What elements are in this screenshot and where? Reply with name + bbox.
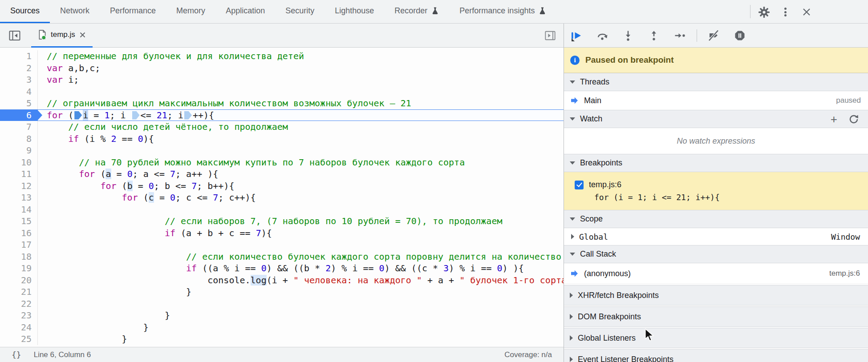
line-number-gutter[interactable]: 13 bbox=[0, 192, 38, 204]
breakpoint-entry[interactable]: temp.js:6 for (i = 1; i <= 21; i++){ bbox=[564, 172, 868, 210]
scope-row-global[interactable]: Global Window bbox=[564, 228, 868, 245]
code-text[interactable]: } bbox=[38, 286, 191, 298]
code-line-8: 8 if (i % 2 == 0){ bbox=[0, 133, 564, 145]
section-header-dom-breakpoints[interactable]: DOM Breakpoints bbox=[564, 306, 868, 327]
line-number-gutter[interactable]: 16 bbox=[0, 227, 38, 239]
refresh-icon[interactable] bbox=[849, 114, 859, 124]
code-text[interactable]: for (b = 0; b <= 7; b++){ bbox=[38, 180, 235, 192]
line-number-gutter[interactable]: 14 bbox=[0, 204, 38, 216]
section-header-call-stack[interactable]: Call Stack bbox=[564, 245, 868, 263]
deactivate-breakpoints-button[interactable] bbox=[704, 26, 724, 45]
close-tab-icon[interactable] bbox=[80, 32, 85, 38]
tab-lighthouse[interactable]: Lighthouse bbox=[324, 0, 384, 23]
section-header-global-listeners[interactable]: Global Listeners bbox=[564, 328, 868, 348]
tab-security[interactable]: Security bbox=[275, 0, 324, 23]
line-number-gutter[interactable]: 21 bbox=[0, 286, 38, 298]
step-into-button[interactable] bbox=[618, 26, 638, 45]
code-text[interactable]: // если количество булочек каждого сорта… bbox=[38, 251, 564, 263]
line-number-gutter[interactable]: 1 bbox=[0, 50, 38, 62]
breakpoint-checkbox[interactable] bbox=[575, 181, 584, 189]
code-text[interactable] bbox=[38, 145, 47, 157]
code-text[interactable] bbox=[38, 298, 47, 310]
file-tab-tempjs[interactable]: temp.js bbox=[31, 24, 93, 48]
show-navigator-icon[interactable] bbox=[7, 28, 22, 43]
call-stack-frame[interactable]: (anonymous) temp.js:6 bbox=[564, 263, 868, 284]
section-header-breakpoints[interactable]: Breakpoints bbox=[564, 154, 868, 172]
step-button[interactable] bbox=[670, 26, 690, 45]
code-token: 0 bbox=[497, 263, 503, 274]
line-number-gutter[interactable]: 19 bbox=[0, 262, 38, 274]
step-over-button[interactable] bbox=[592, 26, 612, 45]
code-text[interactable]: for (i = 1; i <= 21; i++){ bbox=[38, 110, 214, 121]
inline-step-marker-icon[interactable] bbox=[132, 111, 140, 120]
line-number-gutter[interactable]: 8 bbox=[0, 133, 38, 145]
settings-gear-icon[interactable] bbox=[754, 4, 774, 20]
code-line-17: 17 bbox=[0, 239, 564, 251]
chevron-down-icon bbox=[570, 161, 575, 165]
code-text[interactable]: // если число детей чётное, то продолжае… bbox=[38, 121, 288, 133]
code-token: for bbox=[122, 192, 138, 203]
line-number-gutter[interactable]: 20 bbox=[0, 274, 38, 286]
tab-sources[interactable]: Sources bbox=[0, 0, 50, 23]
tab-recorder[interactable]: Recorder bbox=[384, 0, 449, 23]
tab-application[interactable]: Application bbox=[215, 0, 275, 23]
line-number-gutter[interactable]: 23 bbox=[0, 310, 38, 322]
section-header-xhr-breakpoints[interactable]: XHR/fetch Breakpoints bbox=[564, 285, 868, 306]
code-text[interactable]: } bbox=[38, 322, 149, 334]
line-number-gutter[interactable]: 18 bbox=[0, 251, 38, 263]
tab-network[interactable]: Network bbox=[50, 0, 100, 23]
code-text[interactable] bbox=[38, 204, 47, 216]
resume-script-button[interactable] bbox=[567, 26, 586, 45]
code-text[interactable]: if ((a % i == 0) && ((b * 2) % i == 0) &… bbox=[38, 262, 524, 274]
code-text[interactable]: // на 70 рублей можно максимум купить по… bbox=[38, 157, 465, 169]
step-out-button[interactable] bbox=[644, 26, 664, 45]
open-sidebar-icon[interactable] bbox=[543, 28, 558, 43]
pause-on-exceptions-button[interactable] bbox=[730, 26, 750, 45]
code-text[interactable]: } bbox=[38, 310, 170, 322]
line-number-gutter[interactable]: 9 bbox=[0, 145, 38, 157]
section-header-scope[interactable]: Scope bbox=[564, 210, 868, 228]
code-text[interactable]: for (a = 0; a <= 7; a++ ){ bbox=[38, 168, 218, 180]
line-number-gutter[interactable]: 12 bbox=[0, 180, 38, 192]
thread-row-main[interactable]: Main paused bbox=[564, 91, 868, 110]
section-header-watch[interactable]: Watch + bbox=[564, 110, 868, 128]
line-number-gutter[interactable]: 7 bbox=[0, 121, 38, 133]
tab-memory[interactable]: Memory bbox=[166, 0, 215, 23]
line-number-gutter[interactable]: 10 bbox=[0, 157, 38, 169]
code-text[interactable]: // ограничиваем цикл максимальным количе… bbox=[38, 97, 411, 109]
tab-performance[interactable]: Performance bbox=[100, 0, 166, 23]
inline-step-marker-icon[interactable] bbox=[184, 111, 192, 120]
line-number-gutter[interactable]: 3 bbox=[0, 74, 38, 86]
code-text[interactable]: } bbox=[38, 333, 127, 345]
code-text[interactable]: console.log(i + " человека: на каждого "… bbox=[38, 274, 564, 286]
section-header-event-listener-breakpoints[interactable]: Event Listener Breakpoints bbox=[564, 349, 868, 362]
tab-performance-insights[interactable]: Performance insights bbox=[449, 0, 556, 23]
code-text[interactable]: var i; bbox=[38, 74, 79, 86]
code-text[interactable]: var a,b,c; bbox=[38, 62, 100, 74]
code-text[interactable]: // если наборов 7, (7 наборов по 10 рубл… bbox=[38, 215, 503, 227]
code-text[interactable]: if (i % 2 == 0){ bbox=[38, 133, 154, 145]
code-text[interactable]: // переменные для булочек и для количест… bbox=[38, 50, 304, 62]
code-text[interactable] bbox=[38, 86, 47, 98]
code-text[interactable] bbox=[38, 239, 47, 251]
line-number-gutter[interactable]: 4 bbox=[0, 86, 38, 98]
code-line-14: 14 bbox=[0, 204, 564, 216]
line-number-gutter[interactable]: 22 bbox=[0, 298, 38, 310]
line-number-gutter[interactable]: 6 bbox=[0, 110, 38, 121]
line-number-gutter[interactable]: 25 bbox=[0, 333, 38, 345]
close-devtools-icon[interactable] bbox=[797, 4, 816, 20]
line-number-gutter[interactable]: 5 bbox=[0, 97, 38, 109]
code-text[interactable]: for (c = 0; c <= 7; c++){ bbox=[38, 192, 256, 204]
pretty-print-icon[interactable]: {} bbox=[12, 350, 21, 359]
section-header-threads[interactable]: Threads bbox=[564, 73, 868, 91]
code-text[interactable]: if (a + b + c == 7){ bbox=[38, 227, 272, 239]
line-number-gutter[interactable]: 15 bbox=[0, 215, 38, 227]
code-area[interactable]: 1// переменные для булочек и для количес… bbox=[0, 48, 564, 347]
line-number-gutter[interactable]: 24 bbox=[0, 322, 38, 334]
line-number-gutter[interactable]: 17 bbox=[0, 239, 38, 251]
more-options-kebab-icon[interactable] bbox=[775, 4, 795, 20]
line-number-gutter[interactable]: 11 bbox=[0, 168, 38, 180]
line-number-gutter[interactable]: 2 bbox=[0, 62, 38, 74]
add-watch-icon[interactable]: + bbox=[831, 115, 837, 124]
inline-step-marker-icon[interactable] bbox=[74, 111, 82, 120]
